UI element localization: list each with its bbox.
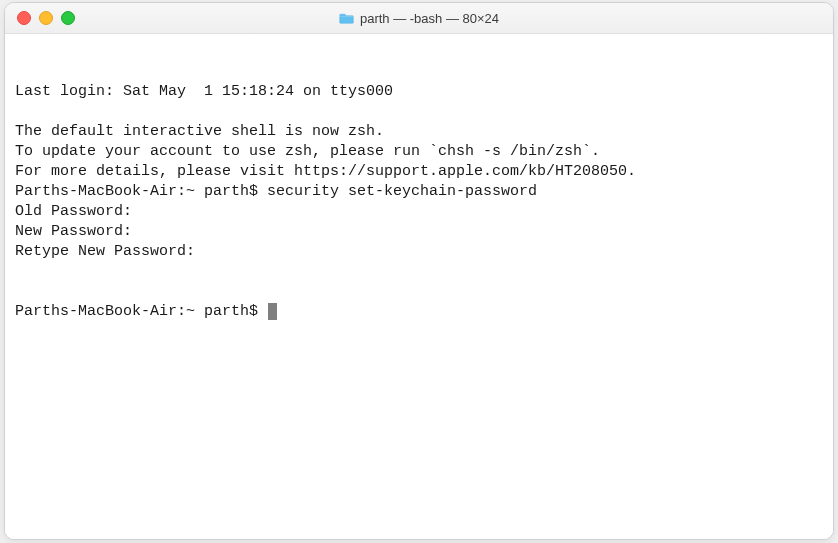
titlebar[interactable]: parth — -bash — 80×24 xyxy=(5,3,833,34)
window-title-text: parth — -bash — 80×24 xyxy=(360,11,499,26)
terminal-line: Parths-MacBook-Air:~ parth$ security set… xyxy=(15,182,823,202)
terminal-line: To update your account to use zsh, pleas… xyxy=(15,142,823,162)
terminal-line: Retype New Password: xyxy=(15,242,823,262)
terminal-line: The default interactive shell is now zsh… xyxy=(15,122,823,142)
terminal-line xyxy=(15,102,823,122)
window-title: parth — -bash — 80×24 xyxy=(5,11,833,26)
terminal-line: Old Password: xyxy=(15,202,823,222)
terminal-output[interactable]: Last login: Sat May 1 15:18:24 on ttys00… xyxy=(5,34,833,539)
terminal-line: Last login: Sat May 1 15:18:24 on ttys00… xyxy=(15,82,823,102)
close-icon[interactable] xyxy=(17,11,31,25)
cursor-icon xyxy=(268,303,277,320)
terminal-line: For more details, please visit https://s… xyxy=(15,162,823,182)
terminal-prompt-line[interactable]: Parths-MacBook-Air:~ parth$ xyxy=(15,302,823,322)
terminal-prompt: Parths-MacBook-Air:~ parth$ xyxy=(15,303,267,320)
folder-icon xyxy=(339,12,354,24)
terminal-window: parth — -bash — 80×24 Last login: Sat Ma… xyxy=(4,2,834,540)
window-controls xyxy=(17,11,75,25)
terminal-line: New Password: xyxy=(15,222,823,242)
minimize-icon[interactable] xyxy=(39,11,53,25)
terminal-lines: Last login: Sat May 1 15:18:24 on ttys00… xyxy=(15,82,823,262)
maximize-icon[interactable] xyxy=(61,11,75,25)
